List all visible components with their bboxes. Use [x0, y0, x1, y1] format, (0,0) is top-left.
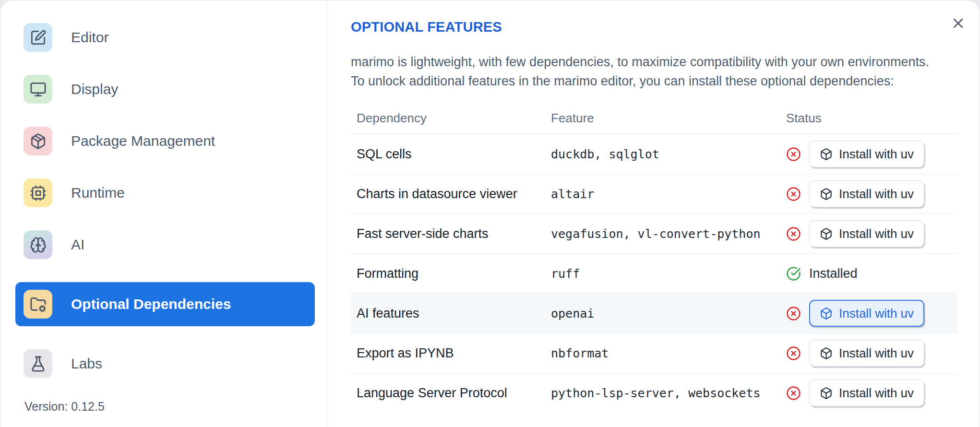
not-installed-icon — [786, 306, 801, 321]
page-title: OPTIONAL FEATURES — [351, 19, 957, 35]
sidebar-item-display[interactable]: Display — [24, 75, 326, 104]
sidebar-item-label: Display — [71, 81, 118, 97]
sidebar-item-package-management[interactable]: Package Management — [24, 127, 326, 155]
sidebar-item-label: Optional Dependencies — [71, 296, 231, 312]
install-button-label: Install with uv — [839, 147, 914, 162]
status-cell: Install with uv — [780, 300, 957, 327]
sidebar-item-optional-dependencies[interactable]: Optional Dependencies — [15, 282, 315, 326]
table-row-sql-cells: SQL cells duckdb, sqlglot Install with u… — [351, 134, 957, 174]
package-icon — [30, 133, 47, 150]
status-cell: Installed — [780, 266, 957, 281]
status-cell: Install with uv — [780, 340, 957, 367]
sidebar-item-labs[interactable]: Labs — [24, 349, 326, 378]
table-header-row: Dependency Feature Status — [351, 102, 957, 134]
sidebar-item-editor[interactable]: Editor — [24, 23, 326, 52]
sidebar-item-iconbox — [24, 290, 52, 319]
sidebar-item-label: Labs — [71, 356, 102, 372]
version-label: Version: 0.12.5 — [24, 400, 105, 414]
box-icon — [820, 188, 833, 201]
close-icon — [950, 15, 966, 31]
feature-cell: altair — [545, 187, 780, 201]
installed-label: Installed — [809, 266, 858, 281]
sidebar-item-iconbox — [24, 349, 52, 378]
description-line-1: marimo is lightweight, with few dependen… — [351, 52, 957, 71]
table-row-export-as-ipynb: Export as IPYNB nbformat Install with uv — [351, 333, 957, 373]
sidebar-item-iconbox — [24, 75, 52, 104]
not-installed-icon — [786, 187, 801, 202]
status-cell: Install with uv — [780, 220, 957, 247]
monitor-icon — [30, 81, 47, 98]
install-button-label: Install with uv — [839, 346, 914, 361]
install-with-uv-button[interactable]: Install with uv — [809, 141, 924, 167]
install-with-uv-button[interactable]: Install with uv — [809, 380, 924, 406]
sidebar-item-label: Editor — [71, 29, 108, 46]
not-installed-icon — [786, 346, 801, 361]
not-installed-icon — [786, 226, 801, 241]
sidebar-item-label: Package Management — [71, 133, 215, 149]
folder-cog-icon — [30, 296, 47, 313]
dependency-cell: Fast server-side charts — [351, 226, 545, 241]
status-cell: Install with uv — [780, 141, 957, 167]
box-icon — [820, 387, 833, 400]
sidebar-item-iconbox — [24, 178, 52, 207]
table-row-charts-in-datasource-viewer: Charts in datasource viewer altair Insta… — [351, 174, 957, 214]
dependency-cell: Export as IPYNB — [351, 346, 545, 361]
status-cell: Install with uv — [780, 180, 957, 207]
square-pen-icon — [30, 29, 47, 46]
dependency-cell: Formatting — [351, 266, 545, 281]
feature-cell: ruff — [545, 267, 780, 281]
box-icon — [820, 148, 833, 161]
table-row-formatting: Formatting ruff Installed — [351, 254, 957, 294]
status-cell: Install with uv — [780, 380, 957, 406]
feature-cell: python-lsp-server, websockets — [545, 386, 780, 400]
install-button-label: Install with uv — [839, 386, 914, 401]
table-row-ai-features: AI features openai Install with uv — [351, 294, 957, 333]
description: marimo is lightweight, with few dependen… — [351, 52, 957, 91]
sidebar-item-label: Runtime — [71, 185, 125, 201]
settings-dialog: Editor Display Package Management Runtim… — [0, 0, 980, 427]
dependency-cell: Language Server Protocol — [351, 386, 545, 401]
feature-cell: duckdb, sqlglot — [545, 147, 780, 161]
sidebar-item-iconbox — [24, 127, 52, 155]
feature-cell: openai — [545, 307, 780, 320]
install-button-label: Install with uv — [839, 306, 914, 321]
install-with-uv-button[interactable]: Install with uv — [809, 180, 924, 207]
optional-features-panel: OPTIONAL FEATURES marimo is lightweight,… — [327, 0, 980, 427]
install-button-label: Install with uv — [839, 226, 914, 241]
dependencies-table: Dependency Feature Status SQL cells duck… — [351, 102, 957, 413]
sidebar-item-ai[interactable]: AI — [24, 230, 326, 259]
table-body: SQL cells duckdb, sqlglot Install with u… — [351, 134, 957, 413]
install-with-uv-button[interactable]: Install with uv — [809, 300, 924, 327]
dependency-cell: Charts in datasource viewer — [351, 187, 545, 202]
install-button-label: Install with uv — [839, 187, 914, 202]
flask-conical-icon — [30, 356, 47, 372]
close-button[interactable] — [947, 12, 969, 34]
box-icon — [820, 347, 833, 360]
installed-icon — [786, 266, 801, 281]
install-with-uv-button[interactable]: Install with uv — [809, 340, 924, 367]
brain-icon — [30, 237, 47, 253]
sidebar-item-runtime[interactable]: Runtime — [24, 178, 326, 207]
not-installed-icon — [786, 386, 801, 401]
not-installed-icon — [786, 147, 801, 162]
box-icon — [820, 307, 833, 320]
feature-cell: nbformat — [545, 346, 780, 360]
header-dependency: Dependency — [351, 111, 545, 126]
dependency-cell: SQL cells — [351, 147, 545, 162]
header-feature: Feature — [545, 111, 780, 126]
sidebar-nav: Editor Display Package Management Runtim… — [24, 23, 326, 378]
install-with-uv-button[interactable]: Install with uv — [809, 220, 924, 247]
sidebar-item-label: AI — [71, 237, 84, 253]
sidebar-item-iconbox — [24, 23, 52, 52]
feature-cell: vegafusion, vl-convert-python — [545, 227, 780, 241]
sidebar-item-iconbox — [24, 230, 52, 259]
dependency-cell: AI features — [351, 306, 545, 321]
settings-sidebar: Editor Display Package Management Runtim… — [0, 0, 327, 427]
table-row-language-server-protocol: Language Server Protocol python-lsp-serv… — [351, 373, 957, 413]
header-status: Status — [780, 111, 957, 126]
description-line-2: To unlock additional features in the mar… — [351, 71, 957, 91]
box-icon — [820, 227, 833, 240]
cpu-icon — [30, 185, 47, 202]
table-row-fast-server-side-charts: Fast server-side charts vegafusion, vl-c… — [351, 214, 957, 254]
